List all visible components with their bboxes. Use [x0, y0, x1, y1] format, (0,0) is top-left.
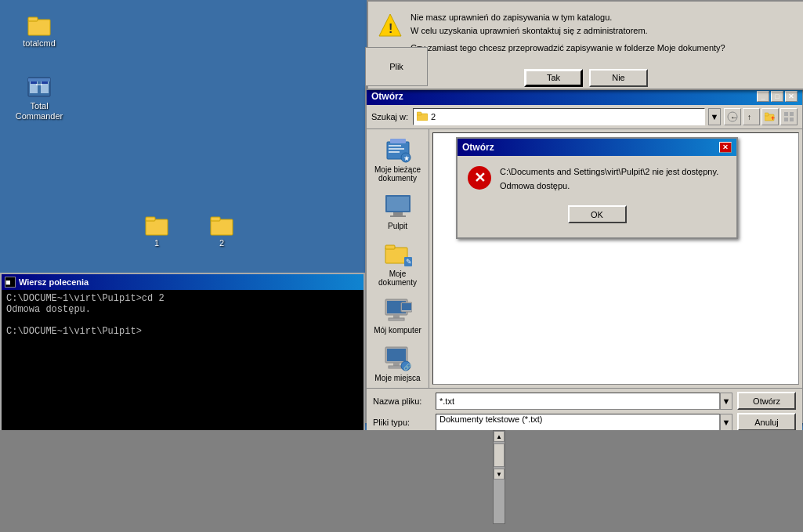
svg-text:!: !	[389, 22, 392, 35]
ok-btn[interactable]: OK	[568, 205, 627, 223]
cmd-title: Wiersz polecenia	[19, 277, 89, 287]
svg-text:✎: ✎	[406, 258, 412, 266]
svg-rect-45	[402, 303, 411, 310]
pulpit-icon	[384, 192, 412, 220]
error-text: C:\Documents and Settings\virt\Pulpit\2 …	[500, 165, 718, 193]
filename-input[interactable]	[436, 393, 720, 410]
no-btn[interactable]: Nie	[589, 69, 648, 87]
toolbar-buttons: ← ↑ +	[724, 108, 798, 125]
error-body: ✕ C:\Documents and Settings\virt\Pulpit\…	[458, 156, 736, 202]
svg-rect-27	[389, 145, 401, 147]
sidebar-item-moj-komputer[interactable]: Mój komputer	[371, 296, 425, 335]
filetype-input[interactable]: Dokumenty tekstowe (*.txt)	[436, 414, 720, 431]
svg-text:↑: ↑	[747, 113, 751, 121]
svg-rect-14	[417, 112, 421, 115]
plik-tab[interactable]: Plik	[365, 47, 428, 86]
svg-rect-24	[790, 118, 794, 121]
svg-rect-21	[784, 112, 788, 116]
svg-rect-7	[28, 78, 50, 81]
up-btn[interactable]: ↑	[743, 108, 760, 125]
scroll-thumb[interactable]	[494, 443, 505, 467]
svg-text:🔗: 🔗	[403, 363, 411, 371]
svg-rect-28	[389, 148, 404, 150]
scroll-down[interactable]: ▼	[494, 469, 505, 480]
error-buttons: OK	[458, 202, 736, 230]
bottom-area: ▲ ▼	[0, 430, 803, 532]
sidebar-item-moje-biezace[interactable]: ★ Moje bieżące dokumenty	[371, 136, 425, 183]
moje-dokumenty-label: Moje dokumenty	[371, 270, 425, 287]
svg-text:←: ←	[730, 113, 738, 121]
cmd-body[interactable]: C:\DOCUME~1\virt\Pulpit>cd 2 Odmowa dost…	[2, 290, 364, 443]
warning-line2: W celu uzyskania uprawnień skontaktuj si…	[411, 24, 794, 38]
svg-rect-1	[28, 17, 38, 21]
total-commander-icon	[27, 74, 52, 100]
svg-rect-26	[390, 139, 406, 143]
sidebar-item-moje-miejsca[interactable]: 🔗 Moje miejsca	[371, 344, 425, 382]
svg-rect-0	[28, 20, 50, 35]
svg-text:+: +	[771, 114, 775, 122]
folder-1-icon	[144, 212, 169, 237]
svg-rect-48	[393, 363, 400, 366]
error-close-btn[interactable]: ✕	[719, 142, 732, 153]
error-dialog: Otwórz ✕ ✕ C:\Documents and Settings\vir…	[456, 137, 738, 239]
warning-line1: Nie masz uprawnień do zapisywania w tym …	[411, 11, 794, 24]
filetype-arrow[interactable]: ▼	[720, 414, 732, 431]
svg-text:★: ★	[403, 154, 410, 162]
svg-rect-47	[387, 349, 406, 361]
desktop-icon-total-commander[interactable]: Total Commander	[12, 74, 67, 121]
sidebar-item-pulpit[interactable]: Pulpit	[371, 192, 425, 230]
svg-rect-6	[42, 81, 48, 84]
new-folder-btn[interactable]: +	[761, 108, 779, 125]
moje-biezace-icon: ★	[384, 136, 412, 164]
back-btn[interactable]: ←	[724, 108, 741, 125]
moj-komputer-label: Mój komputer	[374, 326, 421, 335]
cmd-window: ■ Wiersz polecenia C:\DOCUME~1\virt\Pulp…	[0, 273, 365, 445]
plik-tab-label: Plik	[389, 62, 403, 71]
warning-icon: !	[378, 13, 403, 38]
scrollbar[interactable]: ▲ ▼	[493, 430, 505, 524]
sidebar-item-moje-dokumenty[interactable]: ✎ Moje dokumenty	[371, 240, 425, 287]
svg-rect-34	[393, 212, 403, 215]
svg-rect-23	[784, 118, 788, 121]
dialog-sidebar: ★ Moje bieżące dokumenty	[367, 129, 429, 388]
warning-buttons: Tak Nie	[368, 64, 803, 93]
svg-rect-42	[393, 315, 400, 318]
svg-rect-9	[146, 219, 168, 235]
svg-rect-33	[387, 197, 409, 211]
svg-rect-43	[389, 318, 404, 320]
error-message-line1: C:\Documents and Settings\virt\Pulpit\2 …	[500, 165, 718, 179]
svg-rect-12	[211, 217, 220, 221]
filetype-value: Dokumenty tekstowe (*.txt)	[439, 414, 542, 424]
pulpit-label: Pulpit	[388, 222, 407, 230]
warning-dialog: ! Nie masz uprawnień do zapisywania w ty…	[367, 0, 803, 90]
moje-miejsca-icon: 🔗	[384, 344, 412, 372]
dialog-toolbar: Szukaj w: 2 ▼ ← ↑	[367, 105, 802, 129]
folder-icon-totalcmd	[27, 12, 52, 37]
svg-rect-10	[146, 217, 155, 221]
scroll-up[interactable]: ▲	[494, 431, 505, 442]
svg-rect-22	[790, 112, 794, 116]
desktop-icon-folder-1[interactable]: 1	[129, 212, 184, 248]
warning-body: ! Nie masz uprawnień do zapisywania w ty…	[368, 2, 803, 64]
filetype-label: Pliki typu:	[373, 418, 436, 427]
search-label: Szukaj w:	[371, 112, 408, 121]
folder-1-label: 1	[154, 238, 159, 248]
cancel-btn[interactable]: Anuluj	[737, 413, 796, 431]
desktop-icon-totalcmd[interactable]: totalcmd	[12, 12, 67, 49]
filename-arrow[interactable]: ▼	[720, 393, 732, 410]
svg-rect-8	[36, 84, 42, 85]
total-commander-label: Total Commander	[16, 101, 63, 121]
warning-text: Nie masz uprawnień do zapisywania w tym …	[411, 11, 794, 55]
svg-rect-36	[385, 248, 407, 263]
cmd-titlebar[interactable]: ■ Wiersz polecenia	[2, 274, 364, 290]
svg-rect-29	[389, 151, 400, 153]
open-btn[interactable]: Otwórz	[737, 392, 796, 410]
yes-btn[interactable]: Tak	[524, 69, 583, 87]
svg-rect-5	[31, 81, 37, 84]
folder-combo-arrow[interactable]: ▼	[708, 108, 721, 125]
desktop-icon-folder-2[interactable]: 2	[194, 212, 249, 248]
totalcmd-label: totalcmd	[23, 38, 56, 49]
view-btn[interactable]	[780, 108, 798, 125]
cmd-icon: ■	[5, 277, 16, 288]
filename-label: Nazwa pliku:	[373, 396, 436, 406]
